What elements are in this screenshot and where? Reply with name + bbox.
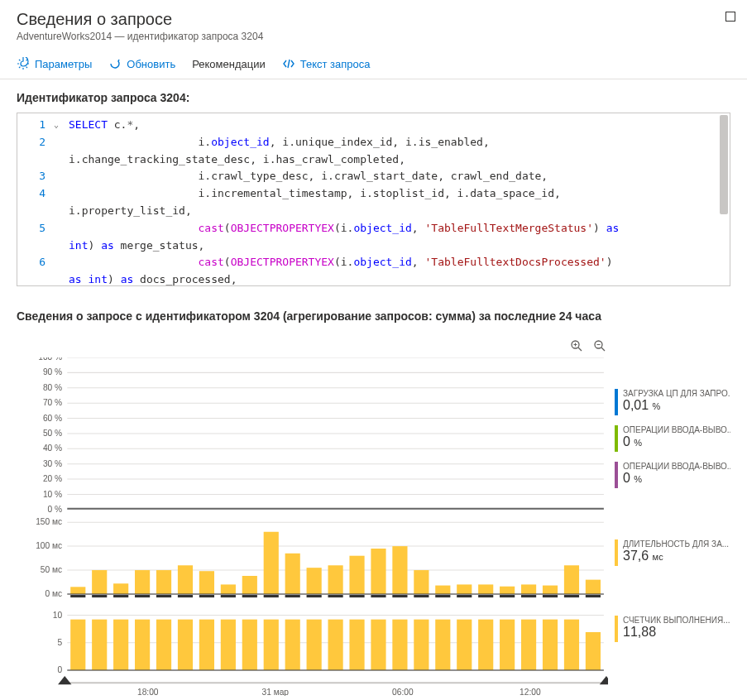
legend-value: 0 %	[623, 434, 730, 449]
svg-rect-51	[349, 556, 364, 594]
svg-rect-102	[221, 620, 236, 670]
svg-text:5: 5	[57, 638, 62, 647]
query-text-label: Текст запроса	[300, 58, 371, 70]
refresh-button[interactable]: Обновить	[108, 57, 175, 70]
header: Сведения о запросе AdventureWorks2014 — …	[0, 0, 747, 49]
svg-text:0: 0	[57, 665, 62, 674]
zoom-out-icon[interactable]	[593, 339, 608, 354]
svg-rect-56	[457, 584, 472, 594]
svg-rect-72	[242, 595, 257, 597]
svg-rect-82	[457, 595, 472, 597]
svg-text:50 мс: 50 мс	[41, 565, 62, 574]
svg-rect-88	[586, 595, 601, 597]
refresh-label: Обновить	[127, 58, 175, 70]
svg-rect-54	[414, 570, 429, 594]
code-body[interactable]: SELECT c.*, i.object_id, i.unique_index_…	[17, 113, 730, 286]
legend-item[interactable]: СЧЕТЧИК ВЫПОЛНЕНИЯ...i11,88	[615, 616, 730, 642]
svg-rect-105	[285, 620, 300, 670]
svg-rect-60	[543, 586, 558, 594]
svg-rect-67	[135, 595, 150, 597]
chart-title: Сведения о запросе с идентификатором 320…	[17, 309, 730, 323]
svg-rect-107	[328, 620, 343, 670]
legend-label: СЧЕТЧИК ВЫПОЛНЕНИЯ...i	[623, 616, 730, 625]
zoom-in-icon[interactable]	[570, 339, 585, 354]
chart-section-header: Сведения о запросе с идентификатором 320…	[0, 298, 747, 334]
svg-rect-100	[178, 620, 193, 670]
maximize-icon[interactable]	[725, 12, 735, 22]
svg-rect-39	[92, 570, 107, 594]
legend-label: ЗАГРУЗКА ЦП ДЛЯ ЗАПРО...i	[623, 389, 730, 398]
svg-rect-81	[435, 595, 450, 597]
svg-rect-84	[500, 595, 515, 597]
svg-marker-122	[58, 676, 71, 684]
svg-rect-66	[113, 595, 128, 597]
query-text-button[interactable]: Текст запроса	[282, 57, 371, 70]
svg-text:100 %: 100 %	[38, 357, 62, 362]
refresh-icon	[108, 57, 122, 70]
svg-rect-61	[564, 565, 579, 594]
svg-rect-43	[178, 565, 193, 594]
svg-text:10 %: 10 %	[43, 490, 62, 499]
legend-color-bar	[615, 462, 618, 488]
svg-rect-95	[70, 620, 85, 670]
svg-text:0 мс: 0 мс	[45, 589, 63, 598]
fold-caret-icon[interactable]: ⌄	[54, 118, 59, 132]
code-editor[interactable]: 123456 ⌄ SELECT c.*, i.object_id, i.uniq…	[17, 113, 730, 286]
svg-rect-64	[70, 595, 85, 597]
svg-rect-65	[92, 595, 107, 597]
svg-rect-74	[285, 595, 300, 597]
gear-icon	[17, 57, 30, 70]
legend-value: 0,01 %	[623, 398, 730, 413]
svg-rect-44	[199, 571, 214, 594]
svg-rect-75	[307, 595, 322, 597]
svg-text:90 %: 90 %	[43, 367, 62, 376]
query-id-label: Идентификатор запроса 3204:	[17, 91, 730, 104]
params-button[interactable]: Параметры	[17, 57, 92, 70]
legend-label: ДЛИТЕЛЬНОСТЬ ДЛЯ ЗА...i	[623, 539, 730, 549]
svg-rect-73	[264, 595, 279, 597]
svg-rect-112	[435, 620, 450, 670]
svg-text:50 %: 50 %	[43, 429, 62, 438]
svg-line-1	[578, 348, 582, 351]
legend-color-bar	[615, 425, 618, 452]
svg-rect-68	[156, 595, 171, 597]
svg-rect-42	[156, 570, 171, 594]
svg-rect-106	[307, 620, 322, 670]
legend-item[interactable]: ДЛИТЕЛЬНОСТЬ ДЛЯ ЗА...i37,6 мс	[615, 539, 730, 566]
svg-rect-49	[307, 568, 322, 594]
svg-marker-123	[600, 676, 608, 684]
legend-item[interactable]: ЗАГРУЗКА ЦП ДЛЯ ЗАПРО...i0,01 %	[615, 389, 730, 415]
legend: ЗАГРУЗКА ЦП ДЛЯ ЗАПРО...i0,01 %ОПЕРАЦИИ …	[615, 339, 730, 696]
legend-label: ОПЕРАЦИИ ВВОДА-ВЫВО...i	[623, 462, 730, 471]
legend-item[interactable]: ОПЕРАЦИИ ВВОДА-ВЫВО...i0 %	[615, 425, 730, 452]
svg-rect-113	[457, 620, 472, 670]
svg-rect-71	[221, 595, 236, 597]
params-label: Параметры	[35, 58, 92, 70]
vertical-scrollbar[interactable]	[720, 115, 728, 214]
legend-value: 37,6 мс	[623, 549, 730, 563]
svg-text:12:00: 12:00	[520, 688, 541, 696]
svg-rect-114	[478, 620, 493, 670]
legend-value: 11,88	[623, 625, 730, 640]
legend-color-bar	[615, 389, 618, 415]
svg-text:31 мар: 31 мар	[262, 688, 290, 696]
legend-item[interactable]: ОПЕРАЦИИ ВВОДА-ВЫВО...i0 %	[615, 462, 730, 488]
toolbar: Параметры Обновить Рекомендации Текст за…	[0, 49, 747, 79]
svg-rect-117	[543, 620, 558, 670]
svg-rect-79	[392, 595, 407, 597]
svg-rect-83	[478, 595, 493, 597]
svg-text:30 %: 30 %	[43, 459, 62, 468]
recommendations-button[interactable]: Рекомендации	[192, 58, 266, 70]
svg-rect-47	[264, 532, 279, 594]
svg-rect-53	[392, 546, 407, 594]
svg-rect-108	[349, 620, 364, 670]
svg-text:80 %: 80 %	[43, 383, 62, 392]
svg-rect-110	[392, 620, 407, 670]
svg-rect-55	[435, 586, 450, 594]
svg-text:40 %: 40 %	[43, 443, 62, 453]
svg-rect-76	[328, 595, 343, 597]
svg-rect-87	[564, 595, 579, 597]
svg-rect-80	[414, 595, 429, 597]
chart-canvas[interactable]: 100 %90 %80 %70 %60 %50 %40 %30 %20 %10 …	[17, 357, 608, 696]
chart-area: 100 %90 %80 %70 %60 %50 %40 %30 %20 %10 …	[0, 334, 747, 700]
